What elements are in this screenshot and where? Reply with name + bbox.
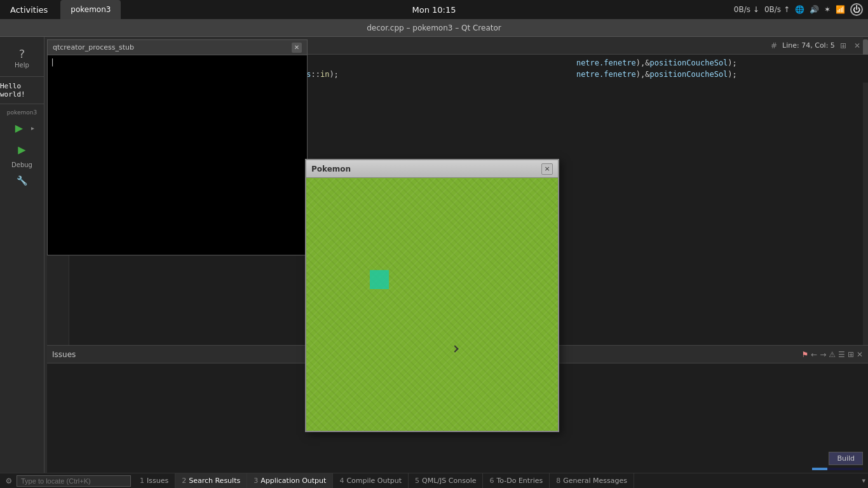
issues-filter-icon[interactable]: ☰ (838, 350, 845, 359)
help-icon: ? (19, 47, 25, 60)
project-section: pokemon3 ▶ ▸ ▶ Debug 🔧 (0, 104, 44, 195)
expand-icon[interactable]: ⊞ (837, 40, 849, 51)
terminal-title: qtcreator_process_stub (53, 43, 134, 51)
qt-creator-titlebar: decor.cpp – pokemon3 – Qt Creator (0, 19, 868, 37)
issues-warning-icon[interactable]: ⚠ (829, 350, 836, 359)
terminal-close-button[interactable]: ✕ (292, 43, 302, 53)
pokemon-dialog-title: Pokemon (311, 165, 351, 173)
hello-world-section: Hello world! (0, 76, 44, 104)
build-progress-bar (812, 468, 863, 470)
upload-speed: 0B/s ↑ (764, 5, 790, 14)
download-speed: 0B/s ↓ (734, 5, 759, 14)
window-tab[interactable]: pokemon3 (60, 0, 121, 19)
qt-creator-title: decor.cpp – pokemon3 – Qt Creator (367, 24, 501, 32)
wifi-icon[interactable]: 📶 (836, 5, 845, 14)
issues-error-icon[interactable]: ⚑ (801, 350, 808, 359)
cursor-indicator (451, 345, 458, 352)
status-tab-issues[interactable]: 1 Issues (133, 473, 175, 489)
window-tab-label: pokemon3 (71, 5, 111, 14)
status-tab-todo-entries[interactable]: 6 To-Do Entries (483, 473, 550, 489)
status-tab-application-output[interactable]: 3 Application Output (247, 473, 333, 489)
issues-prev-icon[interactable]: ← (811, 350, 817, 359)
pokemon-dialog-titlebar: Pokemon × (306, 160, 558, 178)
run-button[interactable]: ▶ (10, 118, 29, 137)
close-editor-icon[interactable]: ✕ (851, 40, 863, 51)
power-button[interactable]: ⏻ (850, 3, 863, 16)
code-continuation: netre.fenetre),&positionCoucheSol); netr… (550, 55, 868, 83)
main-area: ? Help Hello world! pokemon3 ▶ ▸ ▶ Debug… (0, 37, 868, 488)
run-button-2[interactable]: ▶ (13, 140, 32, 159)
status-tabs: 1 Issues 2 Search Results 3 Application … (133, 473, 859, 489)
locate-search-input[interactable] (17, 475, 131, 487)
status-tab-qmljs-console[interactable]: 5 QML/JS Console (409, 473, 483, 489)
status-tab-general-messages[interactable]: 8 General Messages (550, 473, 634, 489)
terminal-window: qtcreator_process_stub ✕ | (47, 39, 308, 255)
terminal-titlebar: qtcreator_process_stub ✕ (48, 40, 307, 55)
system-tray: 0B/s ↓ 0B/s ↑ 🌐 🔊 ✶ 📶 ⏻ (734, 3, 863, 16)
pokemon-sprite (370, 270, 389, 289)
hello-world-text: Hello world! (0, 82, 44, 98)
hash-icon: # (768, 40, 780, 51)
editor-location: Line: 74, Col: 5 (782, 41, 835, 50)
debug-label: Debug (11, 161, 32, 168)
issues-next-icon[interactable]: → (820, 350, 826, 359)
status-config-icon[interactable]: ⚙ (3, 475, 15, 487)
help-label: Help (15, 62, 29, 69)
editor-controls: # Line: 74, Col: 5 ⊞ ✕ (768, 40, 863, 51)
terminal-cursor: | (50, 58, 55, 67)
system-clock: Mon 10:15 (412, 5, 456, 15)
pokemon-dialog-close-button[interactable]: × (541, 163, 553, 175)
status-left: ⚙ (0, 475, 133, 487)
status-tab-search-results[interactable]: 2 Search Results (175, 473, 247, 489)
grass-background (306, 178, 558, 431)
volume-icon[interactable]: 🔊 (810, 5, 819, 14)
status-right: ▾ (859, 477, 868, 485)
bluetooth-icon[interactable]: ✶ (824, 5, 831, 14)
activities-label: Activities (10, 5, 48, 15)
network-icon[interactable]: 🌐 (795, 5, 804, 14)
pokemon-dialog: Pokemon × (305, 159, 559, 432)
issues-expand-icon[interactable]: ⊞ (848, 350, 854, 359)
project-name: pokemon3 (7, 109, 37, 116)
left-sidebar: ? Help Hello world! pokemon3 ▶ ▸ ▶ Debug… (0, 37, 44, 488)
debug-button[interactable]: 🔧 (13, 171, 32, 190)
help-button[interactable]: ? Help (6, 42, 38, 74)
terminal-content: | (48, 55, 307, 255)
status-tab-compile-output[interactable]: 4 Compile Output (333, 473, 409, 489)
pokemon-game-canvas (306, 178, 558, 431)
issues-title: Issues (52, 350, 76, 359)
activities-button[interactable]: Activities (0, 0, 58, 19)
build-button[interactable]: Build (829, 452, 863, 465)
issues-close-icon[interactable]: ✕ (857, 350, 863, 359)
editor-scrollbar[interactable] (863, 55, 868, 345)
system-topbar: Activities pokemon3 Mon 10:15 0B/s ↓ 0B/… (0, 0, 868, 19)
status-bar: ⚙ 1 Issues 2 Search Results 3 Applicatio… (0, 473, 868, 488)
issues-controls: ⚑ ← → ⚠ ☰ ⊞ ✕ (801, 350, 863, 359)
status-chevron-down-icon[interactable]: ▾ (862, 477, 865, 485)
